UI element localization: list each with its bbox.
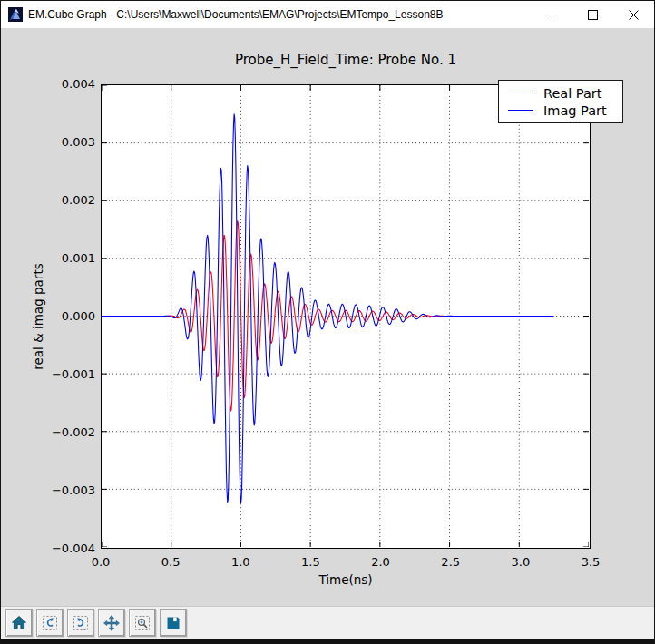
legend-item-imag: Imag Part (508, 102, 615, 119)
y-tick-label: 0.003 (39, 135, 95, 149)
x-tick-label: 3.0 (503, 555, 539, 569)
close-button[interactable] (613, 1, 654, 28)
x-tick-label: 3.5 (572, 555, 609, 569)
back-button[interactable] (36, 609, 64, 637)
back-icon (41, 614, 59, 632)
maximize-icon (588, 10, 598, 20)
x-tick-label: 0.5 (152, 555, 189, 569)
pan-icon (103, 614, 121, 632)
figure-canvas: Probe_H_Field_Time: Probe No. 1 real & i… (1, 28, 654, 606)
maximize-button[interactable] (572, 1, 613, 28)
x-tick-label: 2.0 (363, 555, 399, 569)
y-tick-label: 0.001 (39, 251, 95, 265)
legend: Real Part Imag Part (498, 80, 623, 123)
plot-title: Probe_H_Field_Time: Probe No. 1 (101, 52, 591, 68)
y-tick-label: 0.004 (39, 77, 95, 91)
app-icon (8, 7, 23, 22)
forward-button[interactable] (67, 609, 94, 637)
x-tick-label: 1.0 (222, 555, 259, 569)
x-tick-label: 2.5 (433, 555, 469, 569)
y-tick-label: −0.003 (39, 483, 95, 497)
minimize-icon (547, 10, 557, 20)
legend-label-imag: Imag Part (543, 103, 607, 118)
zoom-rect-icon (133, 614, 152, 632)
legend-item-real: Real Part (508, 84, 615, 102)
legend-label-real: Real Part (543, 86, 602, 101)
title-bar: EM.Cube Graph - C:\Users\Maxwell\Documen… (1, 1, 654, 28)
x-tick-label: 1.5 (292, 555, 328, 569)
y-tick-label: −0.002 (39, 425, 95, 439)
home-icon (10, 614, 28, 632)
app-window: EM.Cube Graph - C:\Users\Maxwell\Documen… (0, 0, 655, 644)
window-title: EM.Cube Graph - C:\Users\Maxwell\Documen… (28, 8, 532, 21)
y-tick-label: −0.001 (39, 367, 95, 381)
y-tick-label: 0.000 (39, 309, 95, 323)
x-tick-label: 0.0 (83, 555, 119, 569)
legend-line-imag (508, 110, 533, 111)
home-button[interactable] (5, 609, 33, 637)
close-icon (629, 10, 639, 20)
plot-axes[interactable] (101, 84, 591, 549)
y-tick-label: 0.002 (39, 193, 95, 207)
zoom-to-rect-button[interactable] (129, 609, 156, 637)
minimize-button[interactable] (532, 1, 572, 28)
forward-icon (72, 614, 90, 632)
pan-button[interactable] (98, 609, 125, 637)
y-tick-label: −0.004 (39, 542, 95, 555)
plot-svg (102, 85, 589, 547)
window-bottom-edge (1, 639, 654, 644)
save-button[interactable] (160, 609, 187, 637)
save-icon (164, 614, 182, 632)
legend-line-real (508, 93, 533, 93)
x-axis-label: Time(ns) (101, 572, 591, 587)
navigation-toolbar (1, 606, 654, 639)
